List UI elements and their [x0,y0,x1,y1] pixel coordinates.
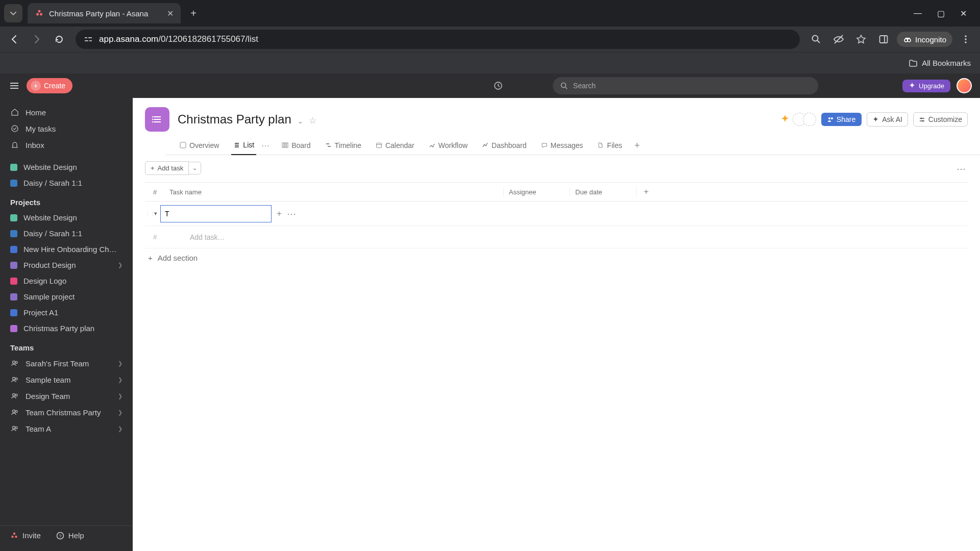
section-row: ⋮⋮ ▾ + ⋯ [145,202,968,226]
sidebar-project-christmas-party[interactable]: Christmas Party plan [0,320,133,336]
tab-calendar[interactable]: Calendar [374,137,416,155]
ask-ai-button[interactable]: Ask AI [867,112,908,127]
sidebar-project-a1[interactable]: Project A1 [0,305,133,320]
back-button[interactable] [5,30,23,48]
tab-files[interactable]: Files [595,137,624,155]
menu-icon[interactable] [957,30,975,48]
svg-point-15 [965,38,967,40]
sidebar-team-design[interactable]: Design Team❯ [0,388,133,404]
search-input[interactable]: Search [553,77,818,94]
incognito-indicator[interactable]: Incognito [897,32,952,47]
sidebar-item-my-tasks[interactable]: My tasks [0,120,133,137]
svg-line-22 [566,87,567,89]
section-add-button[interactable]: + [277,209,282,219]
sidebar-item-home[interactable]: Home [0,104,133,120]
member-avatars[interactable] [796,113,816,126]
eye-off-icon[interactable] [829,30,848,48]
people-icon [827,116,834,123]
asana-logo-icon [10,532,18,540]
section-name-input[interactable] [160,205,272,222]
svg-line-8 [817,40,820,43]
sidebar-project-daisy-sarah[interactable]: Daisy / Sarah 1:1 [0,226,133,241]
people-icon [10,359,19,368]
add-task-button[interactable]: + Add task [145,161,189,175]
svg-point-34 [13,532,15,534]
tab-messages[interactable]: Messages [539,137,585,155]
star-icon[interactable]: ☆ [309,116,316,126]
tab-search-dropdown[interactable] [4,4,22,22]
sidebar-project-product-design[interactable]: Product Design❯ [0,257,133,273]
plus-icon: + [148,254,153,262]
invite-button[interactable]: Invite [10,531,41,540]
forward-button[interactable] [28,30,46,48]
sidebar-team-a[interactable]: Team A❯ [0,420,133,437]
add-task-dropdown[interactable]: ⌄ [189,162,201,174]
sidebar-item-inbox[interactable]: Inbox [0,137,133,153]
hamburger-menu-icon[interactable] [8,80,20,92]
zoom-icon[interactable] [807,30,825,48]
help-button[interactable]: ? Help [56,531,84,540]
project-color-chip [10,325,17,332]
sidebar-project-website-design[interactable]: Website Design [0,210,133,226]
close-window-button[interactable]: ✕ [960,9,967,18]
ai-sparkle-icon[interactable] [779,114,791,125]
sidebar-project-design-logo[interactable]: Design Logo [0,273,133,289]
calendar-icon [376,142,382,148]
tab-list[interactable]: List [231,137,256,155]
close-tab-icon[interactable]: ✕ [167,9,174,18]
task-placeholder-row[interactable]: # Add task… [145,226,968,248]
tab-overview[interactable]: Overview [178,137,221,155]
site-settings-icon[interactable] [84,35,93,44]
add-section-button[interactable]: + Add section [145,248,968,267]
sidebar-team-christmas[interactable]: Team Christmas Party❯ [0,404,133,420]
bookmark-star-icon[interactable] [852,30,870,48]
svg-point-12 [904,39,908,42]
sidebar-project-new-hire[interactable]: New Hire Onboarding Ch… [0,241,133,257]
user-avatar[interactable] [957,78,972,93]
svg-point-26 [13,378,15,380]
create-button[interactable]: + Create [27,78,72,93]
tab-options-icon[interactable]: ⋯ [261,141,270,151]
chevron-right-icon: ❯ [118,393,122,399]
section-more-icon[interactable]: ⋯ [287,208,296,219]
side-panel-icon[interactable] [874,30,893,48]
col-name-header[interactable]: Task name [166,188,503,196]
projects-heading: Projects [0,191,133,210]
reload-button[interactable] [50,30,68,48]
upgrade-button[interactable]: Upgrade [902,80,950,92]
tab-timeline[interactable]: Timeline [323,137,363,155]
minimize-button[interactable]: — [914,9,922,18]
svg-point-24 [13,361,15,364]
add-tab-button[interactable]: + [634,140,640,151]
search-icon [560,82,568,90]
more-options-icon[interactable]: ⋯ [957,163,966,174]
drag-handle-icon[interactable]: ⋮⋮ [145,211,151,216]
customize-button[interactable]: Customize [913,112,968,127]
new-tab-button[interactable]: + [186,8,201,19]
check-circle-icon [10,124,19,133]
starred-item-website-design[interactable]: Website Design [0,159,133,175]
url-display[interactable]: app.asana.com/0/1206182861755067/list [99,34,792,44]
section-collapse-icon[interactable]: ▾ [151,210,160,217]
all-bookmarks-button[interactable]: All Bookmarks [909,59,971,68]
sidebar-project-sample[interactable]: Sample project [0,289,133,305]
share-button[interactable]: Share [821,113,862,126]
people-icon [10,391,19,400]
sidebar-team-sample[interactable]: Sample team❯ [0,371,133,388]
project-color-chip [10,180,17,187]
col-assignee-header[interactable]: Assignee [503,188,570,196]
tab-workflow[interactable]: Workflow [427,137,470,155]
add-column-button[interactable]: + [636,187,968,197]
browser-tab[interactable]: Christmas Party plan - Asana ✕ [28,3,181,23]
maximize-button[interactable]: ▢ [937,9,945,18]
history-icon[interactable] [489,77,507,95]
project-dropdown-icon[interactable]: ⌄ [298,117,303,125]
tab-board[interactable]: Board [280,137,312,155]
starred-item-daisy-sarah[interactable]: Daisy / Sarah 1:1 [0,175,133,191]
sidebar-team-sarahs-first[interactable]: Sarah's First Team❯ [0,355,133,371]
svg-point-32 [13,427,15,429]
tab-dashboard[interactable]: Dashboard [480,137,529,155]
board-icon [282,142,288,148]
col-due-header[interactable]: Due date [570,188,636,196]
svg-point-25 [15,362,17,364]
